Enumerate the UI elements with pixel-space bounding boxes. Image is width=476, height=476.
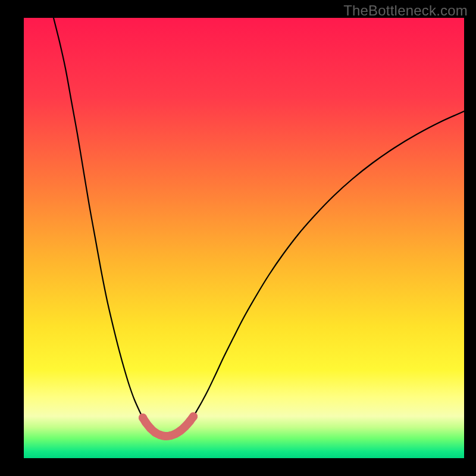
watermark-text: TheBottleneck.com — [343, 2, 468, 19]
plot-area — [24, 18, 464, 458]
curve-layer — [24, 18, 464, 458]
chart-frame: TheBottleneck.com — [0, 0, 476, 476]
bottleneck-curve — [54, 18, 464, 436]
highlight-segment — [139, 412, 198, 440]
highlight-dot — [189, 412, 198, 421]
